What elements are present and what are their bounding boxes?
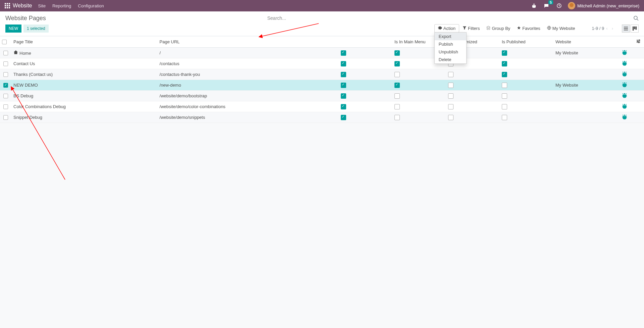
col-page-url[interactable]: Page URL bbox=[158, 36, 339, 48]
pager: 1-9 / 9 ‹ › bbox=[592, 26, 615, 31]
gear-icon bbox=[438, 26, 442, 31]
row-checkbox[interactable] bbox=[3, 61, 8, 66]
col-website[interactable]: Website bbox=[553, 36, 607, 48]
optional-columns-icon[interactable] bbox=[634, 36, 644, 48]
apps-icon[interactable] bbox=[5, 3, 10, 8]
table-row[interactable]: NEW DEMO /new-demo My Website bbox=[0, 80, 644, 91]
chat-sysicon[interactable]: 5 bbox=[544, 3, 549, 8]
search-input[interactable] bbox=[267, 14, 639, 22]
svg-rect-0 bbox=[5, 3, 6, 4]
pager-prev[interactable]: ‹ bbox=[604, 26, 609, 31]
table-row[interactable]: Contact Us /contactus bbox=[0, 58, 644, 69]
pager-next[interactable]: › bbox=[610, 26, 615, 31]
svg-rect-15 bbox=[633, 26, 634, 30]
bug-icon[interactable] bbox=[622, 83, 627, 88]
bug-icon[interactable] bbox=[622, 94, 627, 99]
groupby-button[interactable]: Group By bbox=[483, 25, 514, 32]
filters-button[interactable]: Filters bbox=[459, 25, 483, 32]
clock-sysicon[interactable] bbox=[556, 3, 562, 8]
avatar-icon bbox=[568, 2, 575, 9]
favorites-button[interactable]: Favorites bbox=[514, 25, 543, 32]
bool-cell[interactable] bbox=[341, 83, 346, 88]
bug-icon[interactable] bbox=[622, 62, 627, 67]
pager-value[interactable]: 1-9 / 9 bbox=[592, 26, 604, 31]
bool-cell[interactable] bbox=[448, 83, 453, 88]
bool-cell[interactable] bbox=[394, 50, 400, 56]
bool-cell[interactable] bbox=[341, 50, 346, 56]
search-icon[interactable] bbox=[633, 15, 639, 22]
action-item-delete[interactable]: Delete bbox=[435, 56, 466, 63]
action-item-publish[interactable]: Publish bbox=[435, 40, 466, 48]
selection-tag[interactable]: 1 selected bbox=[23, 25, 49, 33]
bool-cell[interactable] bbox=[448, 93, 453, 99]
col-published[interactable]: Is Published bbox=[500, 36, 553, 48]
bool-cell[interactable] bbox=[394, 93, 400, 99]
action-button[interactable]: Action Export Publish Unpublish Delete bbox=[434, 24, 459, 33]
table-row[interactable]: Snippet Debug /website/demo/snippets bbox=[0, 112, 644, 123]
bool-cell[interactable] bbox=[341, 104, 346, 109]
bool-cell[interactable] bbox=[448, 115, 453, 120]
bool-cell[interactable] bbox=[394, 72, 400, 77]
bug-icon[interactable] bbox=[622, 51, 627, 56]
row-checkbox[interactable] bbox=[3, 72, 8, 77]
mywebsite-button[interactable]: My Website bbox=[544, 25, 579, 32]
svg-rect-16 bbox=[634, 26, 635, 29]
svg-rect-13 bbox=[624, 28, 628, 29]
bool-cell[interactable] bbox=[394, 115, 400, 120]
table-row[interactable]: BS Debug /website/demo/bootstrap bbox=[0, 91, 644, 101]
row-checkbox[interactable] bbox=[3, 94, 8, 98]
menu-site[interactable]: Site bbox=[38, 3, 46, 8]
bool-cell[interactable] bbox=[502, 93, 507, 99]
menu-configuration[interactable]: Configuration bbox=[78, 3, 104, 8]
bug-icon[interactable] bbox=[622, 105, 627, 110]
user-menu[interactable]: Mitchell Admin (new_enterprise) bbox=[568, 2, 639, 9]
table-row[interactable]: Color Combinations Debug /website/demo/c… bbox=[0, 101, 644, 112]
table-row[interactable]: Home / My Website bbox=[0, 48, 644, 58]
action-dropdown: Export Publish Unpublish Delete bbox=[434, 32, 467, 64]
table-row[interactable]: Thanks (Contact us) /contactus-thank-you bbox=[0, 69, 644, 80]
cell-url: /new-demo bbox=[160, 83, 181, 88]
col-indexed[interactable] bbox=[339, 36, 392, 48]
select-all-checkbox[interactable] bbox=[2, 40, 7, 44]
bool-cell[interactable] bbox=[448, 72, 453, 77]
menu-reporting[interactable]: Reporting bbox=[52, 3, 71, 8]
svg-rect-7 bbox=[7, 7, 8, 8]
cell-title: Contact Us bbox=[13, 61, 35, 66]
view-list-button[interactable] bbox=[622, 25, 630, 33]
col-page-title[interactable]: Page Title bbox=[11, 36, 158, 48]
bool-cell[interactable] bbox=[341, 61, 346, 66]
bool-cell[interactable] bbox=[341, 115, 346, 120]
bool-cell[interactable] bbox=[341, 93, 346, 99]
bool-cell[interactable] bbox=[502, 83, 507, 88]
row-checkbox[interactable] bbox=[3, 115, 8, 120]
mywebsite-label: My Website bbox=[552, 26, 575, 31]
row-checkbox[interactable] bbox=[3, 83, 8, 88]
view-kanban-button[interactable] bbox=[631, 25, 639, 33]
app-brand[interactable]: Website bbox=[13, 3, 32, 9]
bool-cell[interactable] bbox=[502, 104, 507, 109]
action-item-unpublish[interactable]: Unpublish bbox=[435, 48, 466, 56]
groupby-label: Group By bbox=[492, 26, 510, 31]
bool-cell[interactable] bbox=[394, 83, 400, 88]
row-checkbox[interactable] bbox=[3, 104, 8, 109]
bool-cell[interactable] bbox=[394, 104, 400, 109]
action-item-export[interactable]: Export bbox=[435, 33, 466, 40]
svg-rect-5 bbox=[9, 5, 10, 6]
bool-cell[interactable] bbox=[502, 72, 507, 77]
bug-sysicon[interactable] bbox=[532, 3, 536, 8]
bool-cell[interactable] bbox=[341, 72, 346, 77]
cell-title: Home bbox=[19, 51, 31, 56]
bug-icon[interactable] bbox=[622, 73, 627, 78]
bool-cell[interactable] bbox=[394, 61, 400, 66]
control-panel: Website Pages NEW 1 selected Action Expo… bbox=[0, 11, 644, 36]
top-navbar: Website Site Reporting Configuration 5 M… bbox=[0, 0, 644, 11]
svg-point-20 bbox=[638, 42, 639, 43]
action-label: Action bbox=[443, 26, 455, 31]
bug-icon[interactable] bbox=[622, 115, 627, 121]
bool-cell[interactable] bbox=[502, 115, 507, 120]
bool-cell[interactable] bbox=[448, 104, 453, 109]
row-checkbox[interactable] bbox=[3, 51, 8, 55]
new-button[interactable]: NEW bbox=[5, 25, 21, 33]
bool-cell[interactable] bbox=[502, 50, 507, 56]
bool-cell[interactable] bbox=[502, 61, 507, 66]
